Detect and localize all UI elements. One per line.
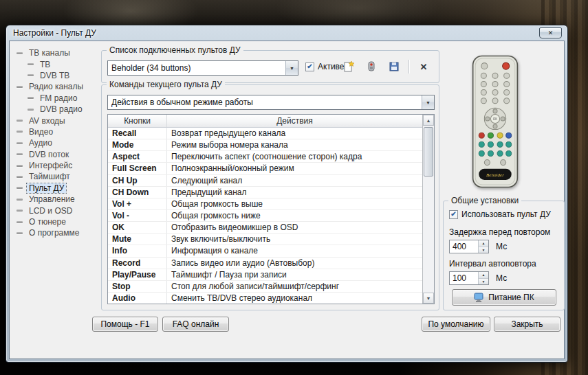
- command-button-cell: CH Up: [108, 175, 167, 186]
- command-table-row[interactable]: Vol -Общая громкость ниже: [108, 210, 422, 222]
- svg-text:OK: OK: [493, 117, 498, 121]
- sidebar-item[interactable]: DVB ТВ: [17, 70, 99, 81]
- sidebar-item[interactable]: AV входы: [17, 115, 99, 126]
- sidebar-item-label: DVB ТВ: [38, 71, 72, 80]
- tree-item-icon: [17, 130, 23, 133]
- tree-item-icon: [28, 63, 34, 65]
- help-button[interactable]: Помощь - F1: [92, 317, 158, 332]
- command-table-row[interactable]: InfoИнформация о канале: [108, 245, 422, 257]
- sidebar-item[interactable]: О программе: [17, 227, 99, 238]
- command-button-cell: Audio: [108, 293, 167, 304]
- command-action-cell: Запись видео или аудио (Автовыбор): [167, 258, 422, 269]
- scroll-up-button[interactable]: ▲: [423, 115, 434, 126]
- tree-item-icon: [17, 86, 23, 88]
- command-table-row[interactable]: ModeРежим выбора номера канала: [108, 139, 422, 151]
- remote-select[interactable]: Beholder (34 buttons) ▼: [107, 60, 298, 76]
- command-table-row[interactable]: OKОтобразить видеомикшер в OSD: [108, 222, 422, 234]
- repeat-delay-unit: Мс: [496, 242, 507, 251]
- faq-online-button[interactable]: FAQ онлайн: [162, 317, 229, 332]
- sidebar-item-label: Интерфейс: [27, 161, 74, 170]
- repeat-interval-input[interactable]: [450, 272, 478, 284]
- sidebar-item[interactable]: О тюнере: [17, 216, 99, 227]
- sidebar-item[interactable]: Видео: [17, 126, 99, 137]
- pc-power-button[interactable]: Питание ПК: [452, 289, 556, 306]
- command-action-cell: Стоп для любой записи/таймшифт/серфинг: [167, 281, 422, 292]
- sidebar-item-label: FM радио: [38, 93, 79, 103]
- spin-up-icon[interactable]: ▲: [479, 272, 488, 279]
- spin-up-icon[interactable]: ▲: [479, 240, 488, 247]
- command-table-row[interactable]: Full ScreenПолноэкранный/оконный режим: [108, 163, 422, 174]
- sidebar-item[interactable]: Управление: [17, 194, 99, 205]
- sidebar-item[interactable]: DVB поток: [17, 149, 99, 160]
- sidebar-item[interactable]: Аудио: [17, 137, 99, 148]
- commands-table-body: RecallВозврат предыдущего каналаModeРежи…: [108, 128, 422, 304]
- sidebar-item-label: LCD и OSD: [27, 206, 74, 216]
- tree-item-icon: [17, 221, 23, 223]
- command-button-cell: Mode: [108, 139, 167, 150]
- sidebar-item[interactable]: FM радио: [17, 93, 99, 104]
- command-button-cell: Mute: [108, 234, 167, 245]
- window-content: ТВ каналыТВDVB ТВРадио каналыFM радиоDVB…: [9, 41, 565, 359]
- use-remote-checkbox[interactable]: ✔ Использовать пульт ДУ: [449, 209, 551, 219]
- command-button-cell: Vol -: [108, 210, 167, 221]
- command-table-row[interactable]: CH UpСледующий канал: [108, 175, 422, 187]
- command-button-cell: Recall: [108, 128, 167, 139]
- command-table-row[interactable]: RecallВозврат предыдущего канала: [108, 128, 422, 139]
- sidebar-item-label: О тюнере: [27, 217, 68, 227]
- window-title: Настройки - Пульт ДУ: [13, 28, 96, 38]
- command-button-cell: Info: [108, 245, 167, 256]
- command-table-row[interactable]: RecordЗапись видео или аудио (Автовыбор): [108, 258, 422, 269]
- tree-item-icon: [17, 209, 23, 212]
- new-remote-icon: [342, 60, 355, 73]
- scroll-down-button[interactable]: ▼: [423, 293, 434, 304]
- close-dialog-button[interactable]: Закрыть: [494, 317, 560, 332]
- repeat-delay-label: Задержка перед повтором: [449, 227, 550, 237]
- learn-remote-button[interactable]: [363, 58, 380, 75]
- checkmark-icon: ✔: [305, 62, 314, 71]
- command-table-row[interactable]: Vol +Общая громкость выше: [108, 198, 422, 210]
- sidebar-item[interactable]: ТВ: [17, 58, 99, 69]
- general-settings-group-title: Общие установки: [448, 196, 521, 205]
- commands-group: Команды текущего пульта ДУ Действия в об…: [101, 84, 439, 310]
- command-table-row[interactable]: StopСтоп для любой записи/таймшифт/серфи…: [108, 281, 422, 293]
- defaults-button[interactable]: По умолчанию: [422, 317, 490, 332]
- command-table-row[interactable]: AudioСменить ТВ/DVB стерео аудиоканал: [108, 293, 422, 304]
- command-button-cell: CH Down: [108, 187, 167, 198]
- sidebar-item[interactable]: Таймшифт: [17, 171, 99, 182]
- window-titlebar[interactable]: Настройки - Пульт ДУ ✕: [6, 25, 567, 41]
- repeat-delay-spinner: ▲ ▼: [449, 240, 489, 253]
- command-button-cell: OK: [108, 222, 167, 233]
- sidebar-item[interactable]: DVB радио: [17, 104, 99, 115]
- spin-down-icon[interactable]: ▼: [479, 279, 488, 285]
- save-remote-button[interactable]: [386, 58, 402, 75]
- window-close-button[interactable]: ✕: [539, 27, 562, 38]
- command-mode-select[interactable]: Действия в обычном режиме работы ▼: [107, 95, 435, 110]
- chevron-down-icon: ▼: [285, 61, 298, 75]
- remote-brand-label: Beholder: [486, 172, 504, 178]
- command-table-row[interactable]: MuteЗвук включить/выключить: [108, 234, 422, 245]
- close-icon: ✕: [548, 30, 554, 36]
- command-table-row[interactable]: Play/PauseТаймшифт / Пауза при записи: [108, 269, 422, 281]
- add-remote-button[interactable]: [340, 58, 357, 75]
- command-table-row[interactable]: CH DownПредыдущий канал: [108, 187, 422, 198]
- delete-remote-button[interactable]: ✕: [415, 58, 432, 75]
- scrollbar-thumb[interactable]: [424, 127, 433, 177]
- tree-item-icon: [17, 198, 23, 201]
- command-action-cell: Отобразить видеомикшер в OSD: [167, 222, 422, 233]
- sidebar-item[interactable]: Пульт ДУ: [17, 183, 99, 194]
- sidebar-item[interactable]: Радио каналы: [17, 81, 99, 92]
- column-header-buttons[interactable]: Кнопки: [108, 115, 167, 127]
- sidebar-item-label: AV входы: [27, 116, 67, 126]
- repeat-delay-arrows: ▲ ▼: [478, 240, 488, 253]
- scrollbar-track[interactable]: [423, 126, 434, 293]
- command-table-row[interactable]: AspectПереключить аспект (соотношение ст…: [108, 151, 422, 163]
- column-header-actions[interactable]: Действия: [167, 115, 422, 127]
- checkmark-icon: ✔: [449, 210, 458, 219]
- sidebar-item[interactable]: LCD и OSD: [17, 205, 99, 216]
- spin-down-icon[interactable]: ▼: [479, 247, 488, 253]
- sidebar-item[interactable]: ТВ каналы: [17, 47, 99, 58]
- sidebar-item[interactable]: Интерфейс: [17, 160, 99, 171]
- tree-item-icon: [17, 153, 23, 155]
- repeat-delay-input[interactable]: [450, 240, 478, 253]
- command-button-cell: Play/Pause: [108, 269, 167, 280]
